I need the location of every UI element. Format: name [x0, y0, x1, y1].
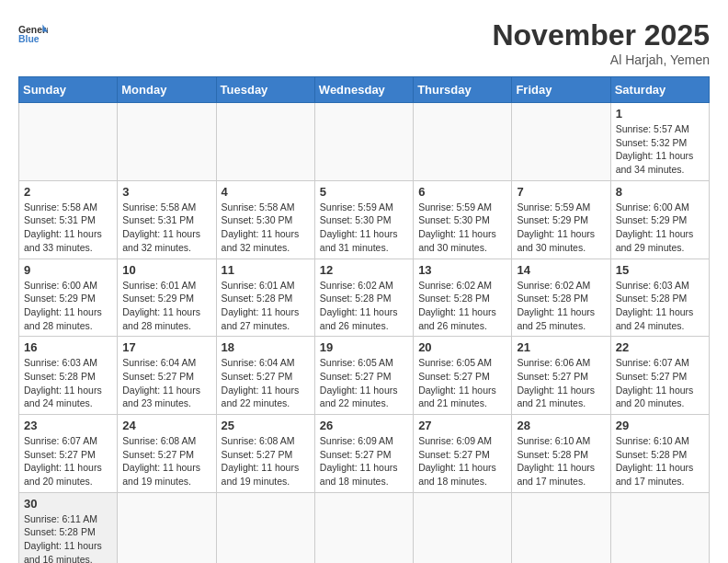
day-number: 8 — [616, 185, 704, 199]
day-info: Sunrise: 6:10 AM Sunset: 5:28 PM Dayligh… — [517, 434, 605, 488]
day-number: 11 — [222, 263, 310, 277]
calendar-day-cell — [19, 103, 118, 181]
calendar-day-cell: 5Sunrise: 5:59 AM Sunset: 5:30 PM Daylig… — [314, 180, 413, 259]
day-info: Sunrise: 6:10 AM Sunset: 5:28 PM Dayligh… — [616, 434, 704, 488]
day-number: 25 — [222, 419, 310, 432]
calendar-day-cell: 20Sunrise: 6:05 AM Sunset: 5:27 PM Dayli… — [414, 337, 512, 415]
day-info: Sunrise: 6:00 AM Sunset: 5:29 PM Dayligh… — [616, 201, 704, 255]
column-header-saturday: Saturday — [610, 77, 709, 103]
location-subtitle: Al Harjah, Yemen — [492, 52, 710, 67]
day-info: Sunrise: 6:05 AM Sunset: 5:27 PM Dayligh… — [418, 356, 506, 410]
day-number: 30 — [24, 497, 112, 511]
day-info: Sunrise: 6:04 AM Sunset: 5:27 PM Dayligh… — [122, 356, 210, 410]
day-number: 21 — [517, 340, 605, 354]
day-info: Sunrise: 5:58 AM Sunset: 5:31 PM Dayligh… — [24, 201, 112, 255]
day-number: 23 — [24, 419, 112, 432]
day-number: 20 — [418, 340, 506, 354]
column-header-monday: Monday — [118, 77, 216, 103]
day-info: Sunrise: 6:01 AM Sunset: 5:29 PM Dayligh… — [122, 279, 210, 333]
day-number: 13 — [418, 263, 506, 277]
day-info: Sunrise: 6:06 AM Sunset: 5:27 PM Dayligh… — [517, 356, 605, 410]
calendar-day-cell: 25Sunrise: 6:08 AM Sunset: 5:27 PM Dayli… — [216, 415, 314, 493]
calendar-table: SundayMondayTuesdayWednesdayThursdayFrid… — [18, 76, 710, 563]
calendar-day-cell: 9Sunrise: 6:00 AM Sunset: 5:29 PM Daylig… — [19, 259, 118, 337]
day-info: Sunrise: 6:02 AM Sunset: 5:28 PM Dayligh… — [517, 279, 605, 333]
calendar-day-cell: 6Sunrise: 5:59 AM Sunset: 5:30 PM Daylig… — [414, 180, 512, 259]
day-info: Sunrise: 6:00 AM Sunset: 5:29 PM Dayligh… — [24, 279, 112, 333]
day-info: Sunrise: 6:09 AM Sunset: 5:27 PM Dayligh… — [320, 434, 408, 488]
day-number: 24 — [122, 419, 210, 432]
svg-text:Blue: Blue — [18, 34, 40, 44]
day-info: Sunrise: 5:57 AM Sunset: 5:32 PM Dayligh… — [616, 122, 704, 177]
calendar-day-cell: 30Sunrise: 6:11 AM Sunset: 5:28 PM Dayli… — [19, 492, 118, 563]
day-number: 12 — [320, 263, 408, 277]
column-header-wednesday: Wednesday — [314, 77, 413, 103]
day-info: Sunrise: 5:59 AM Sunset: 5:29 PM Dayligh… — [517, 201, 605, 255]
calendar-week-row: 2Sunrise: 5:58 AM Sunset: 5:31 PM Daylig… — [19, 180, 710, 259]
calendar-day-cell — [414, 492, 512, 563]
day-number: 18 — [222, 340, 310, 354]
calendar-day-cell: 10Sunrise: 6:01 AM Sunset: 5:29 PM Dayli… — [118, 259, 216, 337]
calendar-day-cell: 21Sunrise: 6:06 AM Sunset: 5:27 PM Dayli… — [512, 337, 610, 415]
calendar-day-cell: 23Sunrise: 6:07 AM Sunset: 5:27 PM Dayli… — [19, 415, 118, 493]
calendar-day-cell: 17Sunrise: 6:04 AM Sunset: 5:27 PM Dayli… — [118, 337, 216, 415]
page-header: General Blue November 2025 Al Harjah, Ye… — [18, 18, 710, 67]
day-number: 3 — [122, 185, 210, 199]
column-header-tuesday: Tuesday — [216, 77, 314, 103]
day-info: Sunrise: 6:08 AM Sunset: 5:27 PM Dayligh… — [222, 434, 310, 488]
calendar-day-cell: 24Sunrise: 6:08 AM Sunset: 5:27 PM Dayli… — [118, 415, 216, 493]
column-header-friday: Friday — [512, 77, 610, 103]
day-number: 29 — [616, 419, 704, 432]
day-info: Sunrise: 5:59 AM Sunset: 5:30 PM Dayligh… — [320, 201, 408, 255]
calendar-day-cell: 2Sunrise: 5:58 AM Sunset: 5:31 PM Daylig… — [19, 180, 118, 259]
calendar-day-cell: 18Sunrise: 6:04 AM Sunset: 5:27 PM Dayli… — [216, 337, 314, 415]
day-number: 22 — [616, 340, 704, 354]
day-info: Sunrise: 6:11 AM Sunset: 5:28 PM Dayligh… — [24, 512, 112, 563]
day-info: Sunrise: 5:58 AM Sunset: 5:30 PM Dayligh… — [222, 201, 310, 255]
day-number: 10 — [122, 263, 210, 277]
calendar-day-cell: 8Sunrise: 6:00 AM Sunset: 5:29 PM Daylig… — [610, 180, 709, 259]
logo: General Blue — [18, 18, 48, 48]
calendar-day-cell: 15Sunrise: 6:03 AM Sunset: 5:28 PM Dayli… — [610, 259, 709, 337]
calendar-day-cell: 27Sunrise: 6:09 AM Sunset: 5:27 PM Dayli… — [414, 415, 512, 493]
calendar-day-cell — [610, 492, 709, 563]
column-header-thursday: Thursday — [414, 77, 512, 103]
calendar-day-cell: 19Sunrise: 6:05 AM Sunset: 5:27 PM Dayli… — [314, 337, 413, 415]
logo-icon: General Blue — [18, 18, 48, 48]
calendar-week-row: 16Sunrise: 6:03 AM Sunset: 5:28 PM Dayli… — [19, 337, 710, 415]
calendar-day-cell: 14Sunrise: 6:02 AM Sunset: 5:28 PM Dayli… — [512, 259, 610, 337]
calendar-day-cell — [512, 103, 610, 181]
day-number: 1 — [616, 107, 704, 121]
calendar-day-cell: 4Sunrise: 5:58 AM Sunset: 5:30 PM Daylig… — [216, 180, 314, 259]
day-number: 19 — [320, 340, 408, 354]
calendar-day-cell — [512, 492, 610, 563]
day-info: Sunrise: 6:09 AM Sunset: 5:27 PM Dayligh… — [418, 434, 506, 488]
calendar-day-cell: 29Sunrise: 6:10 AM Sunset: 5:28 PM Dayli… — [610, 415, 709, 493]
day-info: Sunrise: 6:03 AM Sunset: 5:28 PM Dayligh… — [616, 279, 704, 333]
day-info: Sunrise: 6:01 AM Sunset: 5:28 PM Dayligh… — [222, 279, 310, 333]
calendar-day-cell: 16Sunrise: 6:03 AM Sunset: 5:28 PM Dayli… — [19, 337, 118, 415]
day-number: 14 — [517, 263, 605, 277]
day-number: 27 — [418, 419, 506, 432]
calendar-week-row: 23Sunrise: 6:07 AM Sunset: 5:27 PM Dayli… — [19, 415, 710, 493]
calendar-day-cell — [414, 103, 512, 181]
calendar-day-cell: 7Sunrise: 5:59 AM Sunset: 5:29 PM Daylig… — [512, 180, 610, 259]
day-number: 17 — [122, 340, 210, 354]
day-number: 4 — [222, 185, 310, 199]
day-number: 28 — [517, 419, 605, 432]
day-number: 26 — [320, 419, 408, 432]
day-info: Sunrise: 6:08 AM Sunset: 5:27 PM Dayligh… — [122, 434, 210, 488]
day-info: Sunrise: 6:07 AM Sunset: 5:27 PM Dayligh… — [24, 434, 112, 488]
calendar-header-row: SundayMondayTuesdayWednesdayThursdayFrid… — [19, 77, 710, 103]
day-info: Sunrise: 5:58 AM Sunset: 5:31 PM Dayligh… — [122, 201, 210, 255]
day-info: Sunrise: 6:07 AM Sunset: 5:27 PM Dayligh… — [616, 356, 704, 410]
calendar-day-cell — [314, 492, 413, 563]
calendar-day-cell: 12Sunrise: 6:02 AM Sunset: 5:28 PM Dayli… — [314, 259, 413, 337]
calendar-day-cell: 28Sunrise: 6:10 AM Sunset: 5:28 PM Dayli… — [512, 415, 610, 493]
day-number: 5 — [320, 185, 408, 199]
calendar-day-cell — [314, 103, 413, 181]
calendar-week-row: 9Sunrise: 6:00 AM Sunset: 5:29 PM Daylig… — [19, 259, 710, 337]
calendar-day-cell: 11Sunrise: 6:01 AM Sunset: 5:28 PM Dayli… — [216, 259, 314, 337]
calendar-day-cell: 22Sunrise: 6:07 AM Sunset: 5:27 PM Dayli… — [610, 337, 709, 415]
calendar-day-cell: 26Sunrise: 6:09 AM Sunset: 5:27 PM Dayli… — [314, 415, 413, 493]
